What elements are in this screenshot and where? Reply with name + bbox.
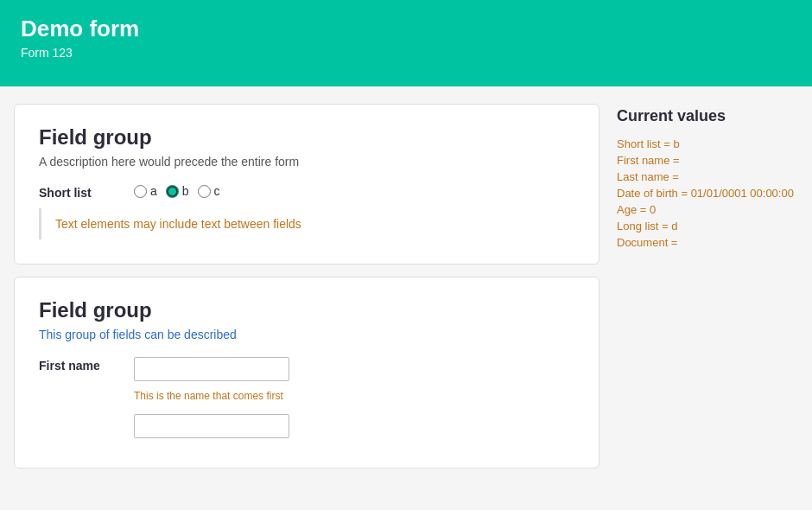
sidebar-title: Current values bbox=[617, 107, 798, 125]
sidebar-item: Document = bbox=[617, 236, 798, 249]
field-group-1-title: Field group bbox=[39, 125, 574, 150]
main-content: Field group A description here would pre… bbox=[0, 86, 812, 486]
sidebar-item-key: First name = bbox=[617, 154, 680, 167]
sidebar-items: Short list = bFirst name = Last name = D… bbox=[617, 137, 798, 249]
field-group-1-desc: A description here would precede the ent… bbox=[39, 155, 574, 169]
sidebar-item: Date of birth = 01/01/0001 00:00:00 bbox=[617, 187, 798, 200]
sidebar-item-key: Document = bbox=[617, 236, 677, 249]
radio-c[interactable] bbox=[198, 185, 211, 198]
sidebar-item-value: d bbox=[671, 220, 677, 233]
field-group-2-title: Field group bbox=[39, 298, 574, 322]
sidebar-item-value: 01/01/0001 00:00:00 bbox=[691, 187, 794, 200]
first-name-row: First name bbox=[39, 357, 574, 381]
sidebar-item: First name = bbox=[617, 154, 798, 167]
radio-c-label: c bbox=[214, 184, 220, 198]
sidebar-item: Age = 0 bbox=[617, 203, 798, 216]
radio-option-c[interactable]: c bbox=[198, 184, 220, 198]
radio-b[interactable] bbox=[166, 185, 179, 198]
first-name-hint: This is the name that comes first bbox=[134, 390, 574, 402]
next-field-row bbox=[39, 414, 574, 438]
first-name-label: First name bbox=[39, 357, 134, 373]
page-title: Demo form bbox=[21, 16, 791, 42]
page-header: Demo form Form 123 bbox=[0, 0, 812, 86]
text-element: Text elements may include text between f… bbox=[39, 208, 574, 239]
radio-option-a[interactable]: a bbox=[134, 184, 157, 198]
sidebar-item: Short list = b bbox=[617, 137, 798, 150]
radio-a-label: a bbox=[150, 184, 157, 198]
sidebar-item-key: Date of birth = bbox=[617, 187, 691, 200]
short-list-row: Short list a b c bbox=[39, 184, 574, 200]
next-field-input[interactable] bbox=[134, 414, 289, 438]
page-subtitle: Form 123 bbox=[21, 46, 791, 60]
short-list-radio-group: a b c bbox=[134, 184, 220, 198]
short-list-label: Short list bbox=[39, 184, 134, 200]
field-group-card-2: Field group This group of fields can be … bbox=[14, 277, 599, 469]
sidebar-item-key: Long list = bbox=[617, 220, 671, 233]
sidebar-item-value: 0 bbox=[650, 203, 656, 216]
sidebar-item-key: Age = bbox=[617, 203, 650, 216]
sidebar: Current values Short list = bFirst name … bbox=[617, 104, 798, 469]
next-field-label bbox=[39, 414, 134, 416]
sidebar-item-key: Short list = bbox=[617, 137, 673, 150]
sidebar-item-value: b bbox=[673, 137, 679, 150]
field-group-2-desc: This group of fields can be described bbox=[39, 328, 574, 341]
sidebar-item: Long list = d bbox=[617, 220, 798, 233]
field-group-card-1: Field group A description here would pre… bbox=[14, 104, 599, 265]
sidebar-item-key: Last name = bbox=[617, 170, 679, 183]
radio-option-b[interactable]: b bbox=[166, 184, 189, 198]
radio-b-label: b bbox=[182, 184, 189, 198]
radio-a[interactable] bbox=[134, 185, 147, 198]
form-area: Field group A description here would pre… bbox=[14, 104, 599, 469]
first-name-input[interactable] bbox=[134, 357, 289, 381]
sidebar-item: Last name = bbox=[617, 170, 798, 183]
